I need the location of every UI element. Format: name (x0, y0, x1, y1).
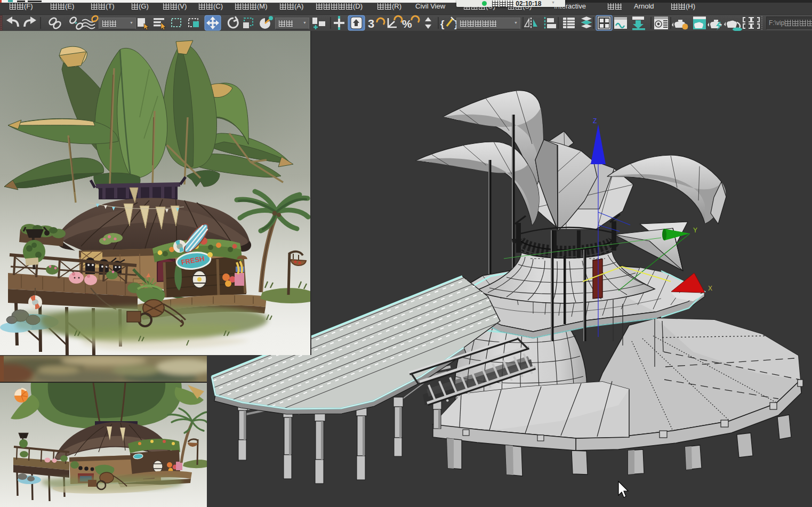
svg-text:Y: Y (693, 227, 697, 234)
svg-text:%: % (402, 18, 412, 30)
svg-text:3: 3 (368, 17, 374, 30)
svg-text:Z: Z (593, 117, 597, 125)
svg-text:{: { (440, 18, 444, 29)
svg-text:X: X (708, 285, 712, 292)
